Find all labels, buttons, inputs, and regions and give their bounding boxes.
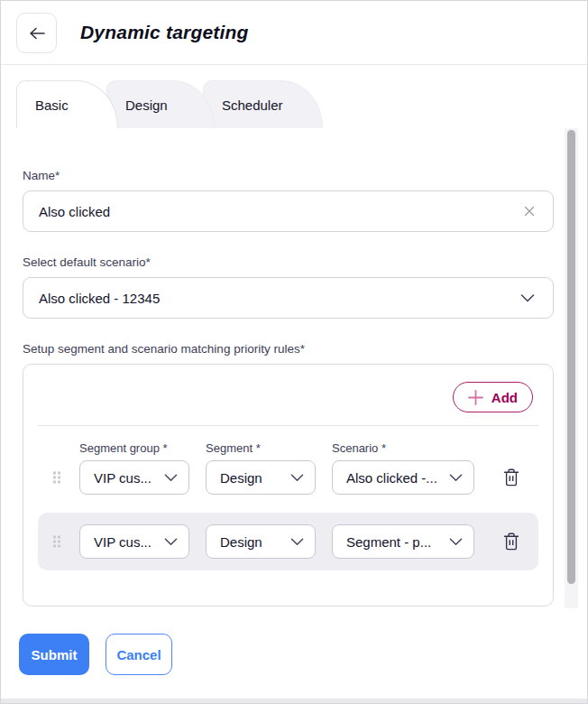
delete-rule-button-row2[interactable] [501, 531, 521, 553]
back-button[interactable] [16, 13, 57, 53]
window-bottom-edge [1, 699, 587, 703]
tab-basic-label: Basic [35, 97, 69, 113]
trash-icon [503, 468, 519, 487]
scenario-dropdown-row2[interactable]: Segment - p... [332, 524, 474, 559]
tab-design-label: Design [125, 97, 168, 113]
segment-group-value-row1: VIP cus... [94, 470, 152, 486]
submit-button[interactable]: Submit [19, 634, 89, 675]
chevron-down-icon [290, 474, 304, 482]
name-field-label: Name* [23, 169, 544, 182]
name-input[interactable]: Also clicked [23, 190, 554, 232]
footer-actions: Submit Cancel [19, 634, 172, 675]
add-rule-button[interactable]: Add [453, 382, 533, 412]
chevron-down-icon [449, 474, 463, 482]
arrow-left-icon [28, 26, 46, 41]
tab-basic[interactable]: Basic [16, 80, 118, 128]
cancel-button[interactable]: Cancel [106, 634, 172, 675]
tab-bar: Basic Design Scheduler [16, 80, 323, 128]
tab-scheduler[interactable]: Scheduler [203, 80, 323, 128]
chevron-down-icon [520, 294, 535, 302]
default-scenario-select[interactable]: Also clicked - 12345 [23, 277, 554, 319]
segment-dropdown-row2[interactable]: Design [206, 524, 316, 559]
vertical-scrollbar-track[interactable] [565, 128, 578, 608]
rule-row-2: VIP cus... Design Segment - p... [23, 524, 553, 559]
scenario-field-label: Select default scenario* [23, 255, 544, 269]
default-scenario-value: Also clicked - 12345 [39, 291, 160, 306]
rule-row-2-background: VIP cus... Design Segment - p... [38, 513, 538, 570]
column-label-scenario: Scenario * [332, 441, 386, 455]
scenario-dropdown-row1[interactable]: Also clicked -... [332, 460, 474, 495]
trash-icon [503, 533, 519, 551]
drag-handle-icon[interactable] [53, 536, 60, 548]
chevron-down-icon [164, 538, 178, 546]
vertical-scrollbar-thumb[interactable] [567, 130, 575, 584]
add-rule-label: Add [492, 390, 518, 405]
form-content: Name* Also clicked Select default scenar… [1, 128, 588, 607]
column-label-segment-group: Segment group * [79, 441, 168, 455]
tab-design[interactable]: Design [106, 80, 215, 128]
segment-group-dropdown-row1[interactable]: VIP cus... [79, 460, 189, 495]
drag-handle-icon[interactable] [53, 472, 60, 484]
segment-group-value-row2: VIP cus... [94, 534, 152, 550]
name-input-value: Also clicked [39, 204, 110, 219]
rules-section-label: Setup segment and scenario matching prio… [23, 342, 544, 356]
column-label-segment: Segment * [206, 441, 261, 455]
segment-value-row1: Design [220, 470, 262, 486]
scenario-value-row2: Segment - p... [346, 534, 431, 550]
delete-rule-button-row1[interactable] [501, 467, 521, 489]
segment-group-dropdown-row2[interactable]: VIP cus... [79, 524, 189, 559]
segment-value-row2: Design [220, 534, 262, 550]
segment-dropdown-row1[interactable]: Design [206, 460, 316, 495]
chevron-down-icon [449, 538, 463, 546]
plus-icon [468, 390, 483, 405]
panel-divider [38, 425, 538, 426]
rule-row-1: VIP cus... Design Also clicked -... [23, 460, 553, 495]
clear-x-icon[interactable] [524, 206, 535, 217]
header: Dynamic targeting [1, 1, 587, 65]
chevron-down-icon [164, 474, 178, 482]
scenario-value-row1: Also clicked -... [346, 470, 437, 486]
page-title: Dynamic targeting [80, 22, 249, 43]
dynamic-targeting-window: Dynamic targeting Basic Design Scheduler… [0, 0, 588, 704]
rules-panel: Add Segment group * Segment * Scenario *… [23, 364, 554, 607]
tab-scheduler-label: Scheduler [222, 97, 283, 113]
chevron-down-icon [290, 538, 304, 546]
